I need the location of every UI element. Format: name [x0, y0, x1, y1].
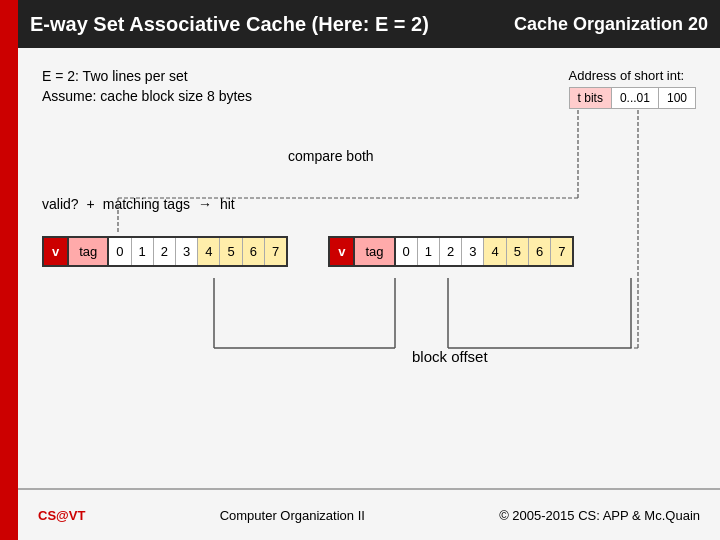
cache-row2-tag: tag [355, 238, 395, 265]
cache-row1-tag: tag [69, 238, 109, 265]
block-offset-label: block offset [412, 348, 488, 365]
footer-right: © 2005-2015 CS: APP & Mc.Quain [499, 508, 700, 523]
r1-cell-6: 6 [243, 238, 265, 265]
address-area: Address of short int: t bits 0...01 100 [569, 68, 696, 109]
r2-cell-3: 3 [462, 238, 484, 265]
r1-cell-5: 5 [220, 238, 242, 265]
plus-sign: + [87, 196, 95, 212]
cache-row1-v: v [44, 238, 69, 265]
r2-cell-2: 2 [440, 238, 462, 265]
cache-row2-v: v [330, 238, 355, 265]
compare-label: compare both [288, 148, 374, 164]
footer-logo: CS@VT [38, 508, 85, 523]
cache-rows-container: v tag 0 1 2 3 4 5 6 7 v tag 0 1 2 3 4 5 … [42, 236, 574, 267]
r2-cell-5: 5 [507, 238, 529, 265]
hit-label: hit [220, 196, 235, 212]
r1-cell-3: 3 [176, 238, 198, 265]
page-title: E-way Set Associative Cache (Here: E = 2… [30, 13, 514, 36]
r1-cell-1: 1 [132, 238, 154, 265]
address-bits-val: 0...01 [612, 88, 659, 108]
r2-cell-6: 6 [529, 238, 551, 265]
cache-org-label: Cache Organization 20 [514, 14, 708, 35]
r1-cell-7: 7 [265, 238, 286, 265]
arrow-icon: → [198, 196, 212, 212]
r1-cell-0: 0 [109, 238, 131, 265]
r2-cell-0: 0 [396, 238, 418, 265]
cache-row1-cells: 0 1 2 3 4 5 6 7 [109, 238, 286, 265]
address-val: 100 [659, 88, 695, 108]
left-accent-bar [0, 0, 18, 540]
footer-logo-highlight: CS@VT [38, 508, 85, 523]
cache-row2-cells: 0 1 2 3 4 5 6 7 [396, 238, 573, 265]
valid-line: valid? + matching tags → hit [42, 196, 235, 212]
r1-cell-4: 4 [198, 238, 220, 265]
matching-label: matching tags [103, 196, 190, 212]
cache-row-1: v tag 0 1 2 3 4 5 6 7 [42, 236, 288, 267]
address-label: Address of short int: [569, 68, 696, 83]
r2-cell-4: 4 [484, 238, 506, 265]
header-bar: E-way Set Associative Cache (Here: E = 2… [18, 0, 720, 48]
r2-cell-7: 7 [551, 238, 572, 265]
r1-cell-2: 2 [154, 238, 176, 265]
main-content: E = 2: Two lines per set Assume: cache b… [18, 48, 720, 488]
footer: CS@VT Computer Organization II © 2005-20… [18, 488, 720, 540]
cache-row-2: v tag 0 1 2 3 4 5 6 7 [328, 236, 574, 267]
valid-label: valid? [42, 196, 79, 212]
address-t-bits: t bits [570, 88, 612, 108]
address-box: t bits 0...01 100 [569, 87, 696, 109]
r2-cell-1: 1 [418, 238, 440, 265]
footer-center: Computer Organization II [220, 508, 365, 523]
